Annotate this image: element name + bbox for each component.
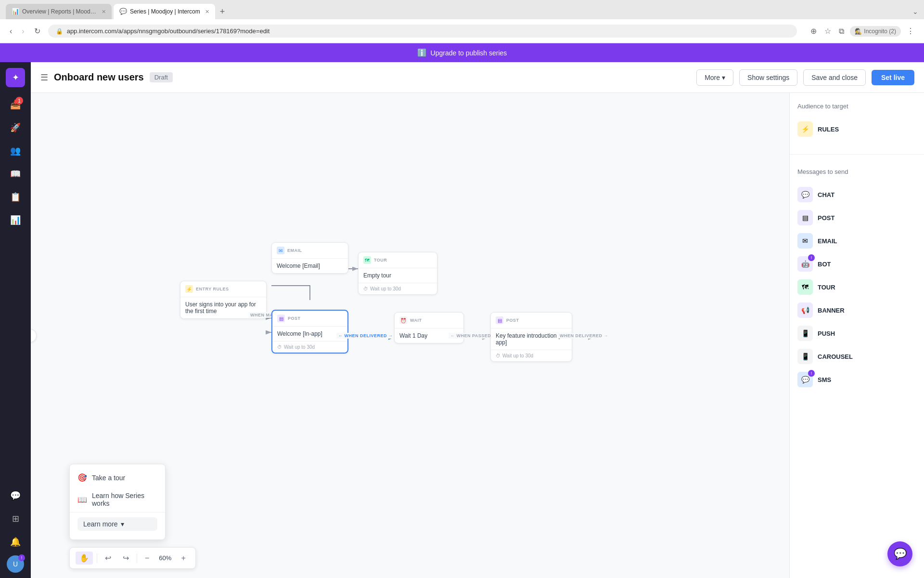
banner-panel-icon: 📢 bbox=[797, 302, 813, 318]
sidebar-item-chat[interactable]: 💬 bbox=[6, 486, 25, 505]
post-inapp-node-header: ▤ POST bbox=[272, 311, 347, 327]
carousel-item[interactable]: 📱 CAROUSEL bbox=[797, 345, 916, 368]
more-chevron-icon: ▾ bbox=[722, 74, 725, 81]
post2-node-footer: ⏱ Wait up to 30d bbox=[491, 350, 572, 361]
chat-panel-icon: 💬 bbox=[797, 187, 813, 202]
post-inapp-node[interactable]: ▤ POST Welcome [In-app] ⏱ Wait up to 30d bbox=[271, 310, 348, 354]
toolbar-divider-1 bbox=[97, 553, 97, 563]
zoom-in-icon: + bbox=[181, 554, 185, 562]
upgrade-icon: ℹ️ bbox=[417, 48, 427, 57]
extensions-button[interactable]: ⊕ bbox=[808, 25, 819, 38]
chat-widget-icon: 💬 bbox=[894, 548, 907, 560]
post-item[interactable]: ▤ POST bbox=[797, 206, 916, 229]
intercom-sidebar: ✦ 📥 1 🚀 👥 📖 📋 📊 💬 ⊞ 🔔 U bbox=[0, 62, 31, 578]
show-settings-label: Show settings bbox=[747, 74, 789, 81]
back-button[interactable]: ‹ bbox=[8, 25, 14, 38]
sidebar-item-outbound[interactable]: 🚀 bbox=[6, 118, 25, 137]
post-inapp-node-type: POST bbox=[288, 316, 301, 321]
entry-node-type: ENTRY RULES bbox=[196, 287, 229, 291]
upgrade-text: Upgrade to publish series bbox=[431, 49, 507, 57]
tab-bar: 📊 Overview | Reports | Moodjoy ✕ 💬 Serie… bbox=[0, 0, 924, 19]
banner-item[interactable]: 📢 BANNER bbox=[797, 299, 916, 322]
forward-button[interactable]: › bbox=[20, 25, 26, 38]
email-node-header: ✉ EMAIL bbox=[272, 243, 348, 259]
zoom-in-button[interactable]: + bbox=[177, 552, 189, 565]
draft-badge: Draft bbox=[150, 72, 173, 82]
redo-icon: ↪ bbox=[123, 554, 129, 562]
post-inapp-node-footer: ⏱ Wait up to 30d bbox=[272, 341, 347, 353]
wait-node-header: ⏰ WAIT bbox=[395, 313, 463, 328]
page-title: Onboard new users bbox=[54, 72, 144, 83]
take-tour-icon: 🎯 bbox=[77, 473, 87, 482]
contacts-icon: 👥 bbox=[10, 145, 21, 156]
address-text: app.intercom.com/a/apps/nnsgmgob/outboun… bbox=[67, 27, 790, 35]
bot-panel-icon: 🤖 ! bbox=[797, 256, 813, 272]
set-live-button[interactable]: Set live bbox=[872, 70, 914, 85]
incognito-label: Incognito (2) bbox=[864, 28, 896, 35]
bot-badge: ! bbox=[808, 254, 815, 261]
learn-more-button[interactable]: Learn more ▾ bbox=[77, 517, 157, 531]
split-view-button[interactable]: ⧉ bbox=[837, 25, 846, 38]
tour-node-body: Empty tour bbox=[359, 268, 437, 283]
collapse-button[interactable]: ⌄ bbox=[912, 8, 918, 15]
tab-2-close[interactable]: ✕ bbox=[205, 9, 209, 15]
avatar-badge: ! bbox=[18, 554, 25, 561]
tour-item[interactable]: 🗺 TOUR bbox=[797, 276, 916, 299]
menu-button[interactable]: ⋮ bbox=[905, 25, 916, 38]
bookmark-button[interactable]: ☆ bbox=[822, 25, 833, 38]
audience-section-title: Audience to target bbox=[797, 103, 916, 110]
sms-item[interactable]: 💬 ! SMS bbox=[797, 368, 916, 391]
wait-node-icon: ⏰ bbox=[399, 316, 407, 324]
show-settings-button[interactable]: Show settings bbox=[739, 69, 797, 86]
push-panel-label: PUSH bbox=[818, 330, 835, 337]
zoom-level-display: 60% bbox=[157, 554, 173, 562]
reports-icon: 📋 bbox=[10, 192, 21, 202]
sidebar-item-reports[interactable]: 📋 bbox=[6, 187, 25, 207]
canvas[interactable]: ⚡ ENTRY RULES User signs into your app f… bbox=[31, 93, 789, 578]
save-close-button[interactable]: Save and close bbox=[803, 69, 866, 86]
zoom-out-icon: − bbox=[145, 554, 149, 562]
undo-button[interactable]: ↩ bbox=[101, 552, 115, 565]
new-tab-button[interactable]: + bbox=[217, 7, 228, 17]
learn-series-item[interactable]: 📖 Learn how Series works bbox=[70, 487, 165, 512]
sidebar-toggle-button[interactable]: ☰ bbox=[40, 72, 48, 83]
email-item[interactable]: ✉ EMAIL bbox=[797, 229, 916, 252]
address-field[interactable]: 🔒 app.intercom.com/a/apps/nnsgmgob/outbo… bbox=[48, 25, 797, 38]
sidebar-item-knowledge[interactable]: 📖 bbox=[6, 164, 25, 184]
sidebar-item-analytics[interactable]: 📊 bbox=[6, 210, 25, 230]
bot-item[interactable]: 🤖 ! BOT bbox=[797, 252, 916, 276]
user-avatar[interactable]: U ! bbox=[7, 555, 24, 573]
sidebar-item-apps[interactable]: ⊞ bbox=[6, 509, 25, 528]
nav-logo[interactable]: ✦ bbox=[6, 68, 25, 87]
take-tour-item[interactable]: 🎯 Take a tour bbox=[70, 468, 165, 487]
sidebar-item-notifications[interactable]: 🔔 bbox=[6, 532, 25, 552]
tab-1-close[interactable]: ✕ bbox=[102, 9, 106, 15]
browser-chrome: 📊 Overview | Reports | Moodjoy ✕ 💬 Serie… bbox=[0, 0, 924, 43]
sidebar-item-contacts[interactable]: 👥 bbox=[6, 141, 25, 160]
push-item[interactable]: 📱 PUSH bbox=[797, 322, 916, 345]
hand-tool-button[interactable]: ✋ bbox=[76, 552, 93, 565]
more-button[interactable]: More ▾ bbox=[696, 69, 733, 86]
tab-2[interactable]: 💬 Series | Moodjoy | Intercom ✕ bbox=[114, 4, 215, 19]
upgrade-banner[interactable]: ℹ️ Upgrade to publish series bbox=[0, 43, 924, 62]
sidebar-item-inbox[interactable]: 📥 1 bbox=[6, 95, 25, 114]
tour-node-header: 🗺 TOUR bbox=[359, 252, 437, 268]
chat-item[interactable]: 💬 CHAT bbox=[797, 183, 916, 206]
email-node[interactable]: ✉ EMAIL Welcome [Email] bbox=[271, 242, 348, 274]
incognito-button[interactable]: 🕵️ Incognito (2) bbox=[850, 26, 901, 37]
chat-panel-label: CHAT bbox=[818, 191, 834, 198]
push-panel-icon: 📱 bbox=[797, 326, 813, 341]
tour-node[interactable]: 🗺 TOUR Empty tour ⏱ Wait up to 30d bbox=[358, 252, 437, 295]
hand-icon: ✋ bbox=[79, 554, 89, 562]
wait-node[interactable]: ⏰ WAIT Wait 1 Day bbox=[394, 312, 464, 343]
post2-node-icon: ▤ bbox=[496, 316, 503, 324]
rules-item[interactable]: ⚡ RULES bbox=[797, 118, 916, 141]
chat-widget-button[interactable]: 💬 bbox=[887, 541, 912, 566]
zoom-out-button[interactable]: − bbox=[141, 552, 153, 565]
redo-button[interactable]: ↪ bbox=[119, 552, 133, 565]
panel-divider bbox=[790, 154, 924, 155]
entry-node-header: ⚡ ENTRY RULES bbox=[180, 281, 266, 297]
tab-1[interactable]: 📊 Overview | Reports | Moodjoy ✕ bbox=[6, 4, 112, 19]
refresh-button[interactable]: ↻ bbox=[32, 25, 42, 38]
wait-node-type: WAIT bbox=[410, 318, 422, 323]
